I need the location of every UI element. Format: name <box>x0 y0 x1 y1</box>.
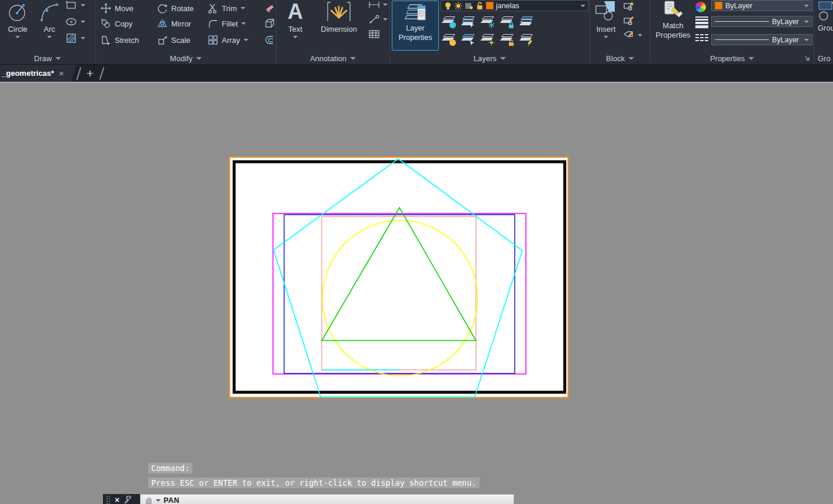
scale-tool-button[interactable]: Scale <box>157 35 208 45</box>
layer-properties-button[interactable]: Layer Properties <box>392 1 439 51</box>
layer-unisolate-button[interactable] <box>460 33 475 46</box>
panel-label-properties[interactable]: Properties <box>651 52 814 65</box>
hatch-tool-button[interactable] <box>66 33 85 44</box>
stretch-tool-button[interactable]: Stretch <box>101 35 157 45</box>
match-properties-button[interactable]: Match Properties <box>652 0 694 41</box>
layer-dropdown-caret-icon[interactable] <box>581 5 585 7</box>
trim-tool-button[interactable]: Trim <box>208 3 264 14</box>
mirror-tool-button[interactable]: Mirror <box>157 18 208 29</box>
layer-color-swatch[interactable] <box>486 2 494 9</box>
panel-label-draw[interactable]: Draw <box>0 52 95 65</box>
sun-icon <box>488 39 495 46</box>
match-properties-icon <box>661 0 685 20</box>
table-icon <box>368 29 380 39</box>
panel-block: Insert <box>590 0 651 65</box>
dimension-tool-button[interactable]: Dimension <box>312 0 366 34</box>
leader-caret-icon[interactable] <box>383 18 388 21</box>
array-dropdown-caret-icon[interactable] <box>244 39 248 41</box>
insert-dropdown-caret-icon[interactable] <box>604 36 608 38</box>
layer-on-all-button[interactable] <box>441 33 456 46</box>
arc-dropdown-caret-icon[interactable] <box>47 36 52 38</box>
layer-unlock-all-button[interactable] <box>499 33 514 46</box>
lineweight-button[interactable] <box>695 16 708 28</box>
layer-freeze-button[interactable] <box>479 15 495 28</box>
offset-icon <box>264 35 275 45</box>
table-button[interactable] <box>368 29 388 39</box>
attributes-caret-icon[interactable] <box>638 34 642 36</box>
object-color-dropdown[interactable]: ByLayer <box>711 0 812 11</box>
rotate-tool-button[interactable]: Rotate <box>157 3 208 14</box>
panel-label-layers[interactable]: Layers <box>390 52 589 65</box>
rotate-label: Rotate <box>171 4 194 13</box>
stretch-icon <box>101 35 111 45</box>
color-picker-button[interactable] <box>695 2 708 12</box>
panel-label-modify[interactable]: Modify <box>96 52 276 65</box>
rectangle-tool-button[interactable] <box>66 0 85 11</box>
layer-off-button[interactable] <box>441 15 456 28</box>
properties-panel-title: Properties <box>710 54 745 63</box>
block-mini-column <box>623 1 642 40</box>
circle-tool-button[interactable]: Circle <box>2 0 33 38</box>
ellipse-tool-button[interactable] <box>66 16 85 27</box>
drawing-tab-geometricas[interactable]: _geometricas* × <box>0 65 76 82</box>
rectangle-dropdown-caret-icon[interactable] <box>81 4 85 6</box>
text-dropdown-caret-icon[interactable] <box>293 36 298 38</box>
erase-icon <box>264 3 275 14</box>
command-options-caret-icon[interactable] <box>156 499 161 502</box>
layers-panel-body: Layer Properties <box>390 0 589 51</box>
drawing-tab-label: _geometricas* <box>2 69 54 78</box>
make-current-layer-button[interactable] <box>518 15 534 28</box>
array-icon <box>208 35 218 45</box>
panel-label-annotation[interactable]: Annotation <box>276 52 389 65</box>
lineweight-dropdown[interactable]: ByLayer <box>711 16 812 27</box>
fillet-dropdown-caret-icon[interactable] <box>241 22 246 25</box>
arc-tool-button[interactable]: Arc <box>36 0 62 38</box>
define-attributes-button[interactable] <box>623 31 642 40</box>
lineweight-sample-line <box>715 21 769 22</box>
fillet-tool-button[interactable]: Fillet <box>208 18 264 29</box>
command-bar-close-icon[interactable]: × <box>115 495 119 504</box>
lineweight-dropdown-caret-icon <box>804 21 809 23</box>
annotation-panel-title: Annotation <box>310 54 346 63</box>
circle-dropdown-caret-icon[interactable] <box>15 36 20 38</box>
copy-tool-button[interactable]: Copy <box>101 18 157 29</box>
layer-isolate-button[interactable] <box>460 15 475 28</box>
linear-dimension-caret-icon[interactable] <box>383 4 388 6</box>
ellipse-dropdown-caret-icon[interactable] <box>81 21 85 23</box>
command-input-area[interactable]: PAN <box>140 494 514 504</box>
create-block-button[interactable] <box>623 1 642 11</box>
text-tool-button[interactable]: A Text <box>281 0 309 38</box>
group-button[interactable]: Grou <box>818 0 833 32</box>
edit-block-button[interactable] <box>623 16 642 25</box>
groups-panel-body: Grou <box>814 0 833 51</box>
layer-match-button[interactable] <box>518 33 534 46</box>
linear-dimension-button[interactable] <box>368 0 388 9</box>
panel-label-groups[interactable]: Gro <box>814 52 833 65</box>
layer-thaw-all-button[interactable] <box>479 33 495 46</box>
leader-button[interactable] <box>368 15 388 24</box>
array-tool-button[interactable]: Array <box>208 35 264 45</box>
insert-icon <box>594 0 618 24</box>
layer-dropdown[interactable]: janelas <box>441 0 589 11</box>
trim-dropdown-caret-icon[interactable] <box>241 7 245 9</box>
customize-wrench-icon[interactable] <box>124 496 132 504</box>
hatch-dropdown-caret-icon[interactable] <box>81 37 85 39</box>
fillet-icon <box>208 18 218 29</box>
tab-close-icon[interactable]: × <box>59 68 64 78</box>
linetype-button[interactable] <box>695 34 708 41</box>
move-tool-button[interactable]: Move <box>101 3 157 14</box>
modify-panel-caret-icon <box>196 57 202 60</box>
panel-label-block[interactable]: Block <box>590 52 650 65</box>
properties-dialog-launcher-icon[interactable] <box>804 55 810 61</box>
drawing-canvas[interactable]: Command: Press ESC or ENTER to exit, or … <box>0 83 833 504</box>
drag-grip-icon[interactable] <box>106 495 111 504</box>
layer-lock-button[interactable] <box>499 15 514 28</box>
panel-layers: Layer Properties <box>390 0 590 65</box>
new-drawing-tab-button[interactable]: + <box>82 65 98 82</box>
command-bar-handle[interactable]: × <box>103 494 140 504</box>
paper-sheet[interactable] <box>229 157 568 398</box>
autocad-window: Circle Arc <box>0 0 833 504</box>
draw-panel-body: Circle Arc <box>0 0 95 51</box>
insert-tool-button[interactable]: Insert <box>592 0 619 38</box>
linetype-dropdown[interactable]: ByLayer <box>711 34 812 45</box>
